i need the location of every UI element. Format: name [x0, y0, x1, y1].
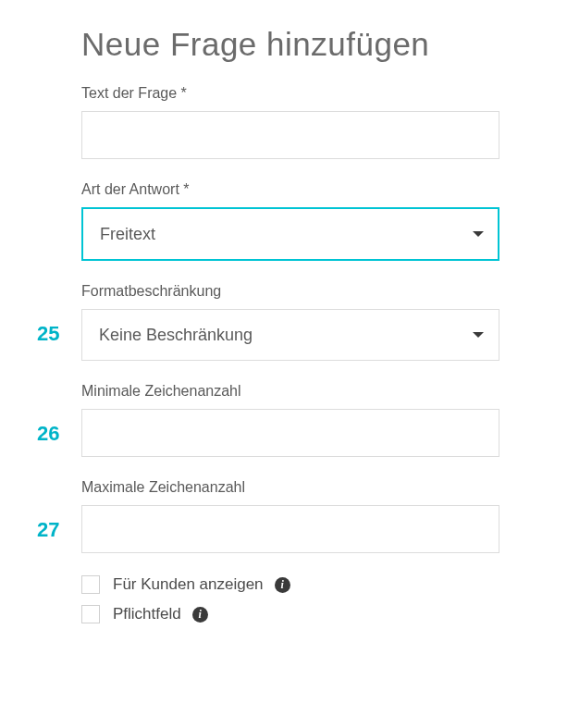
checkbox-row-required: Pflichtfeld i: [81, 605, 504, 623]
field-max-chars: Maximale Zeichenanzahl 27: [81, 479, 504, 553]
annotation-25: 25: [37, 322, 59, 346]
form-container: Neue Frage hinzufügen Text der Frage * A…: [0, 0, 504, 623]
input-max-chars[interactable]: [81, 505, 499, 553]
input-min-chars[interactable]: [81, 409, 499, 457]
label-show-customers: Für Kunden anzeigen: [113, 575, 264, 594]
checkbox-show-customers[interactable]: [81, 575, 100, 594]
select-value-answer-type: Freitext: [81, 207, 499, 261]
field-format-restriction: Formatbeschränkung 25 Keine Beschränkung: [81, 283, 504, 361]
page-title: Neue Frage hinzufügen: [81, 26, 504, 63]
info-icon[interactable]: i: [275, 577, 290, 593]
field-answer-type: Art der Antwort * Freitext: [81, 181, 504, 261]
select-value-format-restriction: Keine Beschränkung: [81, 309, 499, 361]
checkbox-row-show-customers: Für Kunden anzeigen i: [81, 575, 504, 594]
input-question-text[interactable]: [81, 111, 499, 159]
info-icon[interactable]: i: [192, 607, 208, 623]
select-answer-type[interactable]: Freitext: [81, 207, 499, 261]
field-question-text: Text der Frage *: [81, 85, 504, 159]
checkbox-required[interactable]: [81, 605, 100, 623]
label-max-chars: Maximale Zeichenanzahl: [81, 479, 504, 496]
label-answer-type: Art der Antwort *: [81, 181, 504, 198]
label-format-restriction: Formatbeschränkung: [81, 283, 504, 300]
annotation-26: 26: [37, 422, 59, 446]
select-format-restriction[interactable]: 25 Keine Beschränkung: [81, 309, 499, 361]
label-required: Pflichtfeld: [113, 605, 181, 623]
annotation-27: 27: [37, 518, 59, 542]
field-min-chars: Minimale Zeichenanzahl 26: [81, 383, 504, 457]
label-min-chars: Minimale Zeichenanzahl: [81, 383, 504, 400]
label-question-text: Text der Frage *: [81, 85, 504, 102]
